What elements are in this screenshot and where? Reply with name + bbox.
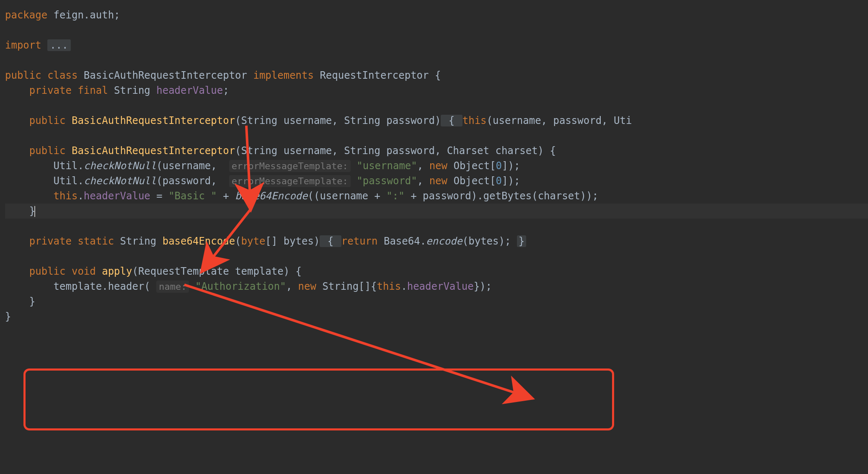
method-header: header xyxy=(108,281,145,292)
interface-name: RequestInterceptor xyxy=(320,70,429,81)
keyword-import: import xyxy=(5,39,41,51)
constructor-name: BasicAuthRequestInterceptor xyxy=(72,145,235,157)
code-line[interactable]: this.headerValue = "Basic " + base64Enco… xyxy=(5,188,868,204)
code-line-blank[interactable] xyxy=(5,128,868,143)
code-line[interactable]: package feign.auth; xyxy=(5,8,868,23)
text-cursor xyxy=(34,206,35,217)
constructor-name: BasicAuthRequestInterceptor xyxy=(72,115,235,126)
keyword-package: package xyxy=(5,9,47,21)
import-fold[interactable]: ... xyxy=(47,39,70,51)
code-line[interactable]: import ... xyxy=(5,38,868,53)
code-line[interactable]: public void apply(RequestTemplate templa… xyxy=(5,264,868,279)
code-line[interactable]: public BasicAuthRequestInterceptor(Strin… xyxy=(5,113,868,128)
fold-brace[interactable]: } xyxy=(517,235,526,247)
code-line[interactable]: private final String headerValue; xyxy=(5,83,868,98)
code-line[interactable]: public BasicAuthRequestInterceptor(Strin… xyxy=(5,143,868,158)
code-line[interactable]: private static String base64Encode(byte[… xyxy=(5,234,868,249)
method-base64Encode: base64Encode xyxy=(235,190,307,202)
field-headerValue: headerValue xyxy=(156,85,223,96)
code-line[interactable]: template.header( name: "Authorization", … xyxy=(5,279,868,294)
method-apply: apply xyxy=(102,265,132,277)
param-hint: errorMessageTemplate: xyxy=(229,160,351,172)
fold-brace[interactable]: { xyxy=(320,235,341,247)
method-getBytes: getBytes xyxy=(483,190,532,202)
fold-brace[interactable]: { xyxy=(441,115,462,126)
field-headerValue: headerValue xyxy=(84,190,150,202)
param-hint: errorMessageTemplate: xyxy=(229,175,351,187)
code-line[interactable]: Util.checkNotNull(password, errorMessage… xyxy=(5,173,868,188)
package-name: feign.auth xyxy=(54,9,114,21)
code-line[interactable]: } xyxy=(5,309,868,324)
code-line[interactable]: } xyxy=(5,294,868,309)
code-line[interactable]: Util.checkNotNull(username, errorMessage… xyxy=(5,158,868,173)
code-line-blank[interactable] xyxy=(5,53,868,68)
param-hint: name: xyxy=(156,281,189,293)
code-line-blank[interactable] xyxy=(5,23,868,38)
method-checkNotNull: checkNotNull xyxy=(84,175,156,187)
method-base64Encode: base64Encode xyxy=(163,235,235,247)
code-line-blank[interactable] xyxy=(5,249,868,264)
code-line[interactable]: public class BasicAuthRequestInterceptor… xyxy=(5,68,868,83)
class-name: BasicAuthRequestInterceptor xyxy=(84,70,247,81)
code-line-blank[interactable] xyxy=(5,98,868,113)
code-line-blank[interactable] xyxy=(5,219,868,234)
code-line-cursor[interactable]: } xyxy=(5,204,868,219)
code-editor[interactable]: package feign.auth; import ... public cl… xyxy=(0,0,868,474)
method-encode: encode xyxy=(426,235,462,247)
method-checkNotNull: checkNotNull xyxy=(84,160,156,172)
field-headerValue: headerValue xyxy=(407,281,474,292)
